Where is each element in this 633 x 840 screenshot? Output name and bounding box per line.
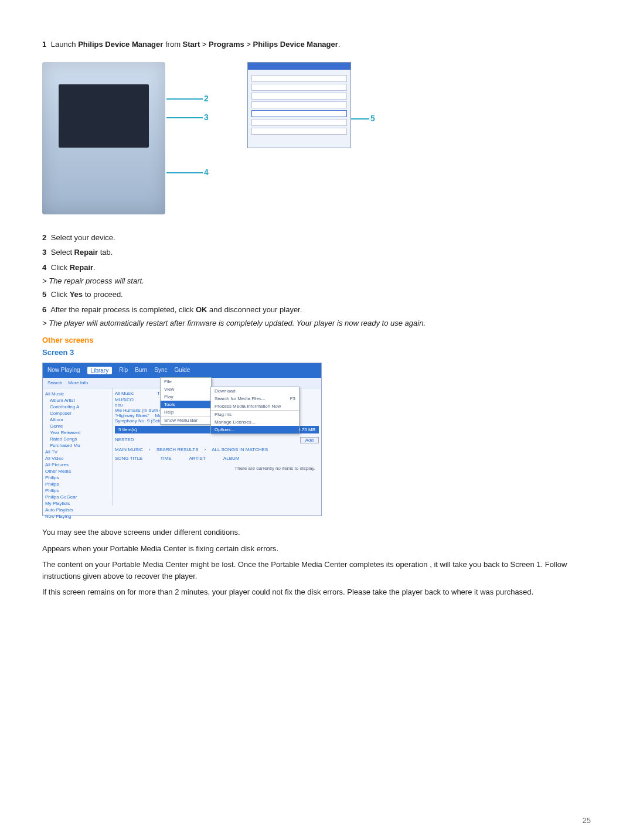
tree-item: Philips (45, 487, 110, 494)
submenu-item: Plug-ins (211, 410, 299, 418)
dialog-figure: 5 (247, 62, 382, 148)
nested-label: NESTED (115, 437, 134, 442)
tab-guide: Guide (175, 367, 190, 374)
submenu-item: Process Media Information Now (211, 402, 299, 410)
options-dialog (247, 62, 351, 148)
device-body (42, 62, 165, 214)
step-num: 4 (42, 263, 46, 272)
step-num: 2 (42, 233, 46, 242)
step-num: 1 (42, 40, 46, 49)
tree-item: Now Playing (45, 513, 110, 520)
step-text: Select your device. (51, 233, 115, 242)
song-title: "Highway Blues" (115, 413, 149, 418)
step-text: > (244, 40, 253, 49)
figure-row: 2 3 4 5 (42, 62, 591, 214)
tree-item: Philips (45, 481, 110, 487)
callout-3: 3 (204, 112, 209, 122)
bold: Philips Device Manager (253, 40, 338, 49)
lib-header: All Music (115, 391, 134, 396)
step-num: 6 (42, 305, 46, 314)
menu-item: Show Menu Bar (161, 416, 211, 424)
tree-item: Album Artist (45, 397, 110, 404)
tab-library: Library (87, 367, 113, 374)
submenu-item-options: Options... (211, 426, 299, 433)
menu-item: Help (161, 408, 211, 416)
step-text: to proceed. (83, 290, 123, 299)
col-header: ALBUM (223, 456, 240, 461)
tree-item: Philips GoGear (45, 494, 110, 500)
submenu-shortcut: F3 (290, 396, 295, 401)
tree-item: Year Released (45, 429, 110, 436)
screen3-heading: Screen 3 (42, 348, 591, 357)
menu-item: File (161, 378, 211, 385)
dialog-body (248, 70, 350, 140)
step-4: 4 Click Repair. (42, 262, 591, 274)
breadcrumb: SEARCH RESULTS (156, 447, 199, 452)
step-text: . (93, 263, 96, 272)
para-1: You may see the above screens under diff… (42, 527, 591, 538)
device-screen (59, 84, 149, 148)
step-num: 3 (42, 248, 46, 257)
leader-line-3 (166, 117, 203, 118)
submenu-item: Search for Media Files... F3 (211, 395, 299, 402)
tree-item: Composer (45, 410, 110, 416)
tab-rip: Rip (119, 367, 128, 374)
para-4: If this screen remains on for more than … (42, 586, 591, 598)
step-text: and disconnect your player. (207, 305, 302, 314)
dialog-titlebar (248, 63, 350, 70)
step-num: 5 (42, 290, 46, 299)
bold: Repair (74, 248, 98, 257)
col-header: ARTIST (189, 456, 206, 461)
step-text: . (338, 40, 341, 49)
step-text: > (200, 40, 209, 49)
leader-line-2 (166, 98, 203, 100)
tree-item: All Pictures (45, 462, 110, 468)
empty-message: There are currently no items to display. (115, 462, 319, 474)
callout-5: 5 (370, 114, 375, 123)
step-text: Click (51, 290, 70, 299)
tree-item: Rated Songs (45, 436, 110, 442)
note-restart: > The player will automatically restart … (42, 319, 591, 327)
tree-item: Purchased Mu (45, 442, 110, 449)
device-figure: 2 3 4 (42, 62, 206, 214)
bold: OK (196, 305, 207, 314)
callout-4: 4 (204, 168, 209, 177)
para-3: The content on your Portable Media Cente… (42, 559, 591, 582)
add-button: Add (300, 437, 319, 443)
toolbar-search: Search (47, 380, 62, 385)
menu-item: Play (161, 393, 211, 401)
breadcrumb: MAIN MUSIC (115, 447, 143, 452)
breadcrumb: ALL SONGS IN MATCHES (212, 447, 268, 452)
tree-item: Genre (45, 423, 110, 429)
wmp-submenu: Download Search for Media Files... F3 Pr… (210, 387, 300, 434)
step-text: Launch (51, 40, 78, 49)
leader-line-5 (350, 118, 369, 119)
tab-sync: Sync (154, 367, 167, 374)
callout-2: 2 (204, 94, 209, 103)
submenu-item: Manage Licenses... (211, 418, 299, 426)
tree-item: Auto Playlists (45, 507, 110, 513)
song-title: MUSICO (115, 397, 134, 402)
tree-item: Album (45, 416, 110, 423)
submenu-item: Download (211, 387, 299, 395)
wmp-screenshot: Now Playing Library Rip Burn Sync Guide … (42, 363, 322, 516)
note-repair-start: > The repair process will start. (42, 276, 591, 285)
bold: Yes (70, 290, 83, 299)
tab-burn: Burn (135, 367, 147, 374)
para-2: Appears when your Portable Media Center … (42, 543, 591, 555)
submenu-label: Search for Media Files... (215, 396, 266, 401)
step-text: from (163, 40, 182, 49)
step-6: 6 After the repair process is completed,… (42, 304, 591, 316)
track-count: 5 Item(s) (118, 427, 137, 432)
step-text: After the repair process is completed, c… (50, 305, 196, 314)
bold: Repair (70, 263, 93, 272)
tree-item: Contributing A (45, 404, 110, 410)
menu-item-tools: Tools (161, 401, 211, 408)
toolbar-moreinfo: More Info (68, 380, 88, 385)
bold: Programs (209, 40, 244, 49)
step-5: 5 Click Yes to proceed. (42, 289, 591, 301)
wmp-menu: File View Play Tools Help Show Menu Bar (160, 377, 212, 425)
bold: Philips Device Manager (78, 40, 163, 49)
tree-item: All TV (45, 449, 110, 455)
step-3: 3 Select Repair tab. (42, 247, 591, 258)
